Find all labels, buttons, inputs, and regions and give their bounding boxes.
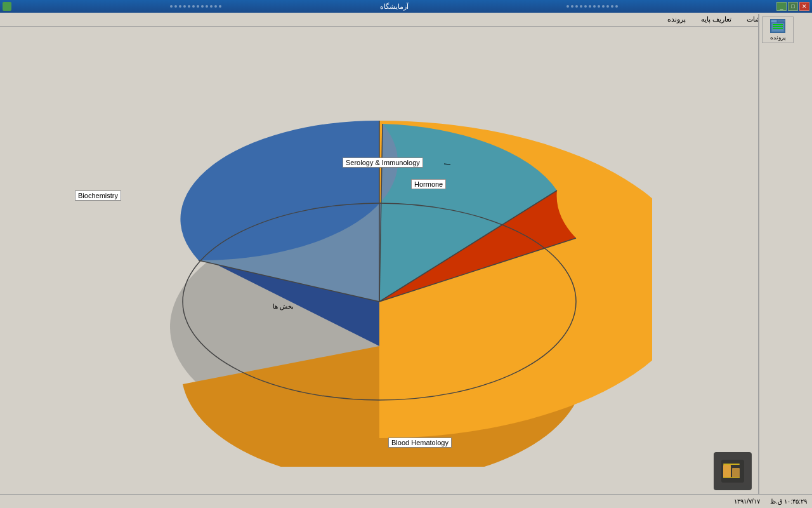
blood-hematology-label: Blood Hematology <box>388 438 452 448</box>
pie-chart-svg <box>107 73 652 467</box>
title-bar-left <box>3 2 11 11</box>
bakhsha-label: بخش ها <box>273 303 294 310</box>
maximize-button[interactable]: □ <box>788 2 798 11</box>
svg-rect-1 <box>771 20 777 23</box>
title-bar: آزمایشگاه _ □ ✕ <box>0 0 812 13</box>
svg-rect-3 <box>773 24 783 25</box>
hormone-label: Hormone <box>411 179 446 189</box>
svg-rect-4 <box>773 26 783 27</box>
menu-item-base-definitions[interactable]: تعاریف پایه <box>698 14 734 25</box>
title-dots-right <box>409 5 777 8</box>
title-dots <box>11 5 380 8</box>
bottom-right-logo <box>714 452 752 490</box>
sidebar-toolbar: پرونده <box>759 14 812 46</box>
blood-hematology-label-text: Blood Hematology <box>391 439 449 446</box>
hormone-label-text: Hormone <box>414 180 443 188</box>
svg-rect-5 <box>773 28 783 29</box>
status-date: ۱۳۹۱/۷/۱۷ <box>734 498 760 505</box>
menu-item-file[interactable]: پرونده <box>665 14 688 25</box>
right-sidebar: پرونده <box>758 14 812 508</box>
parvande-button[interactable]: پرونده <box>762 17 794 43</box>
logo-icon <box>720 458 745 484</box>
serology-label-text: Serology & Immunology <box>346 159 420 166</box>
folder-icon <box>770 19 785 33</box>
main-content: Serology & Immunology Hormone Biochemist… <box>0 46 758 494</box>
status-bar: ۱۰:۴۵:۲۹ ق.ظ ۱۳۹۱/۷/۱۷ <box>0 494 812 508</box>
minimize-button[interactable]: _ <box>776 2 787 11</box>
menu-bar: امنیت گزارشات تعاریف پایه پرونده <box>0 13 812 27</box>
app-icon <box>3 2 11 11</box>
svg-rect-9 <box>732 468 740 478</box>
serology-label: Serology & Immunology <box>343 157 423 168</box>
bakhsha-label-text: بخش ها <box>273 303 294 310</box>
svg-rect-10 <box>723 464 740 465</box>
biochemistry-label-text: Biochemistry <box>78 192 118 199</box>
window-controls[interactable]: _ □ ✕ <box>776 2 809 11</box>
close-button[interactable]: ✕ <box>799 2 809 11</box>
chart-area: Serology & Immunology Hormone Biochemist… <box>0 46 758 494</box>
window-title: آزمایشگاه <box>380 3 409 11</box>
parvande-label: پرونده <box>770 34 786 41</box>
svg-rect-8 <box>723 465 731 478</box>
status-time: ۱۰:۴۵:۲۹ ق.ظ <box>770 498 807 505</box>
biochemistry-label: Biochemistry <box>75 190 121 201</box>
